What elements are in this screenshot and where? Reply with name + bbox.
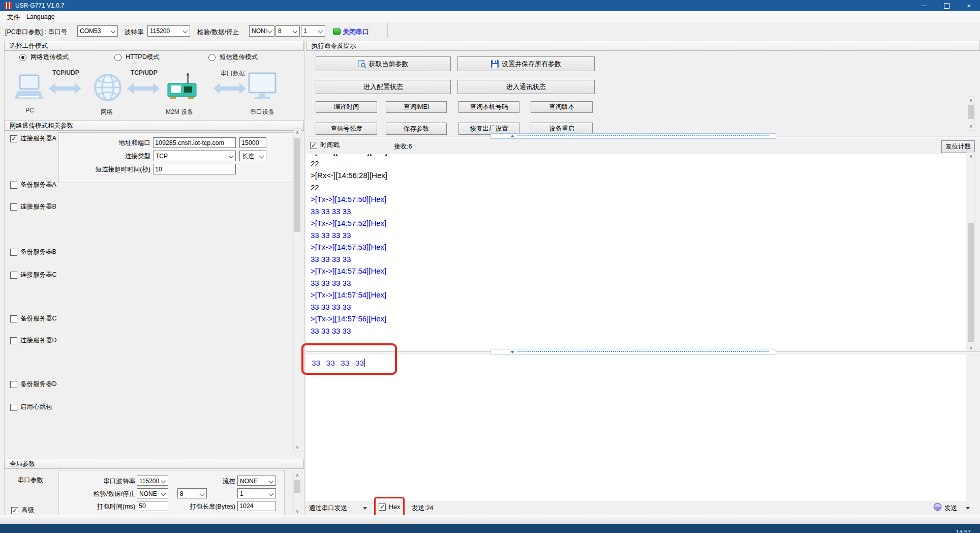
scrollbar-thumb[interactable]: [968, 223, 974, 342]
global-stop-bits-select[interactable]: 1: [237, 488, 276, 498]
minimize-button[interactable]: [913, 0, 935, 11]
checkbox-connect-server-d[interactable]: 连接服务器D: [10, 336, 57, 345]
scrollbar-thumb[interactable]: [294, 138, 300, 232]
global-params-section-header: 全局参数: [4, 459, 304, 469]
log-scrollbar[interactable]: ∧ ∨: [967, 152, 975, 352]
server-a-port-input[interactable]: [239, 137, 266, 148]
title-bar: USR-G771 V1.0.7 ×: [0, 0, 980, 11]
keep-mode-select[interactable]: 长连: [239, 151, 266, 161]
splitter-collapse-down-icon[interactable]: [510, 351, 514, 353]
parity-select[interactable]: NONI: [249, 25, 274, 37]
radio-httpd-mode[interactable]: HTTPD模式: [114, 53, 160, 62]
scroll-up-icon[interactable]: ∧: [294, 471, 301, 479]
chevron-down-icon: [111, 28, 116, 34]
checkbox-backup-server-c[interactable]: 备份服务器C: [10, 314, 57, 323]
scroll-down-icon[interactable]: ∨: [967, 123, 974, 130]
scrollbar-thumb[interactable]: [294, 480, 300, 493]
checkbox-enable-heartbeat[interactable]: 启用心跳包: [10, 403, 52, 411]
log-splitter-handle[interactable]: [491, 133, 776, 139]
send-splitter-handle[interactable]: [491, 349, 776, 354]
global-data-bits-select[interactable]: 8: [177, 488, 207, 498]
menu-language[interactable]: Language: [24, 13, 57, 21]
button-label: 查询IMEI: [404, 103, 430, 111]
scroll-down-icon[interactable]: ∨: [294, 443, 301, 451]
checkbox-label: 备份服务器A: [20, 181, 56, 189]
send-input-area[interactable]: 33 33 33 33: [306, 354, 966, 501]
scroll-up-icon[interactable]: ∧: [967, 97, 974, 104]
scroll-up-icon[interactable]: ∧: [967, 153, 974, 160]
data-bits-select[interactable]: 8: [275, 25, 300, 37]
chevron-down-icon: [267, 28, 272, 34]
button-label: 获取当前参数: [369, 60, 409, 69]
chevron-down-icon: [318, 28, 323, 34]
commands-scrollbar[interactable]: ∧ ∨: [967, 96, 975, 131]
menu-file[interactable]: 文件: [5, 13, 22, 22]
com-port-select[interactable]: COM53: [77, 25, 118, 37]
chevron-down-icon: [183, 28, 188, 34]
reset-count-button[interactable]: 复位计数: [941, 140, 975, 153]
conn-type-select[interactable]: TCP: [153, 151, 236, 161]
get-params-button[interactable]: 获取当前参数: [316, 56, 451, 71]
global-params-scrollbar[interactable]: ∧ ∨: [293, 471, 301, 516]
splitter-collapse-up-icon[interactable]: [510, 135, 514, 137]
pack-length-input[interactable]: [237, 501, 276, 511]
enter-config-state-button[interactable]: 进入配置状态: [316, 80, 451, 94]
chevron-down-icon[interactable]: [363, 507, 367, 510]
arrow-icon: [213, 82, 246, 95]
serial-data-label: 串口数据: [221, 69, 245, 78]
scrollbar-thumb[interactable]: [968, 105, 974, 119]
chevron-down-icon: [259, 154, 264, 159]
query-phone-number-button[interactable]: 查询本机号码: [458, 101, 519, 113]
checkbox-connect-server-c[interactable]: 连接服务器C: [10, 271, 57, 279]
checkbox-hex[interactable]: Hex: [379, 504, 400, 511]
send-button[interactable]: 发送: [944, 504, 957, 513]
radio-sms-passthrough-mode[interactable]: 短信透传模式: [208, 53, 258, 62]
checkbox-timestamp[interactable]: 时间戳: [310, 141, 340, 150]
scroll-down-icon[interactable]: ∨: [294, 508, 301, 515]
global-parity-select[interactable]: NONE: [137, 488, 168, 498]
tcp-udp-label-2: TCP/UDP: [131, 69, 158, 76]
close-port-button[interactable]: 关闭串口: [343, 27, 369, 37]
serial-params-group-label: 串口参数: [18, 476, 43, 485]
baud-rate-select[interactable]: 115200: [147, 25, 190, 37]
checkbox-backup-server-d[interactable]: 备份服务器D: [10, 380, 57, 389]
checkbox-advanced[interactable]: 高级: [11, 506, 34, 515]
query-version-button[interactable]: 查询版本: [531, 101, 593, 113]
chevron-down-icon: [293, 28, 298, 34]
left-panel-scrollbar[interactable]: ∧ ∨: [293, 128, 301, 452]
flow-control-select[interactable]: NONE: [237, 476, 276, 486]
set-save-params-button[interactable]: 设置并保存所有参数: [457, 56, 595, 71]
checkbox-label: 启用心跳包: [20, 403, 52, 411]
checkbox-connect-server-b[interactable]: 连接服务器B: [10, 202, 56, 211]
server-a-address-input[interactable]: [153, 137, 236, 148]
checkbox-backup-server-a[interactable]: 备份服务器A: [10, 181, 56, 189]
global-baud-select[interactable]: 115200: [137, 476, 168, 486]
chevron-down-icon: [229, 154, 234, 159]
radio-icon: [208, 54, 216, 61]
checkbox-backup-server-b[interactable]: 备份服务器B: [10, 248, 56, 256]
baud-label: 波特率: [125, 28, 144, 37]
signal-strength-button[interactable]: 查信号强度: [316, 123, 377, 135]
pack-time-input[interactable]: [137, 501, 168, 511]
query-imei-button[interactable]: 查询IMEI: [386, 101, 447, 113]
stop-bits-select[interactable]: 1: [301, 25, 325, 37]
button-label: 查信号强度: [330, 125, 362, 133]
checkbox-checked-icon: [11, 507, 18, 514]
radio-label: 网络透传模式: [30, 53, 69, 62]
send-via-serial-dropdown[interactable]: 通过串口发送: [309, 504, 347, 513]
chevron-down-icon[interactable]: [966, 507, 970, 510]
log-line: >[Rx<-][14:56:28][Hex]: [311, 169, 966, 182]
maximize-button[interactable]: [935, 0, 958, 11]
compile-time-button[interactable]: 编译时间: [316, 101, 377, 113]
comm-log-view[interactable]: >[Rx<-][14:56:26][Hex] 22 >[Rx<-][14:56:…: [306, 154, 966, 351]
app-logo-icon: [5, 2, 12, 9]
short-conn-timeout-input[interactable]: [153, 164, 236, 174]
close-button[interactable]: ×: [958, 0, 980, 11]
log-line: 22: [311, 158, 966, 170]
save-params-button[interactable]: 保存参数: [386, 123, 447, 135]
enter-comm-state-button[interactable]: 进入通讯状态: [457, 80, 595, 94]
checkbox-connect-server-a[interactable]: 连接服务器A: [10, 134, 56, 143]
radio-net-passthrough-mode[interactable]: 网络透传模式: [19, 53, 69, 62]
scroll-up-icon[interactable]: ∧: [294, 129, 301, 136]
button-label: 设置并保存所有参数: [502, 60, 561, 69]
